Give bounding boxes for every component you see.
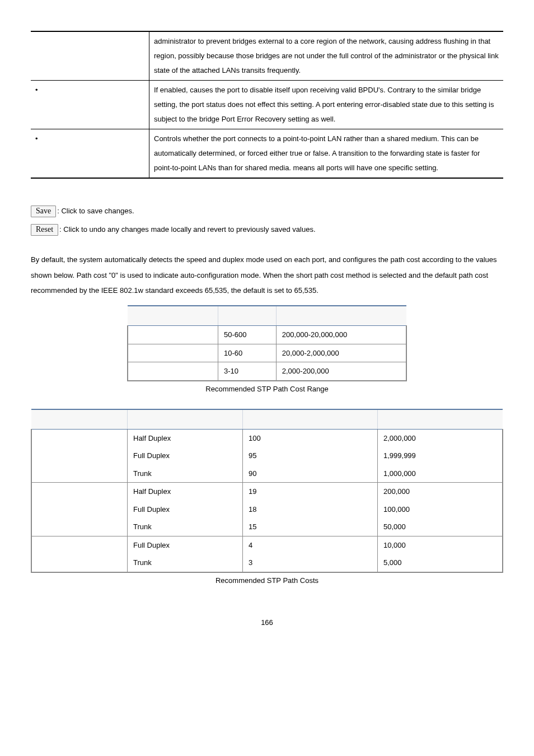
col-header [243, 409, 378, 430]
reset-description: : Click to undo any changes made locally… [59, 223, 315, 237]
cell: 10-60 [218, 344, 277, 362]
table-row: • If enabled, causes the port to disable… [31, 81, 503, 129]
cell: 200,000-20,000,000 [276, 326, 406, 344]
table-row: Full Duplex 4 10,000 [31, 536, 503, 554]
cell: 1,000,000 [378, 465, 503, 483]
row-label [31, 31, 149, 81]
cell [128, 344, 218, 362]
save-button[interactable]: Save [31, 206, 56, 217]
table-row: Half Duplex 19 200,000 [31, 483, 503, 501]
row-text: If enabled, causes the port to disable i… [149, 81, 504, 129]
save-description: : Click to save changes. [57, 204, 134, 218]
buttons-section: Save : Click to save changes. Reset : Cl… [31, 204, 503, 236]
cell: 1,999,999 [378, 447, 503, 465]
description-table: administrator to prevent bridges externa… [31, 31, 503, 179]
path-costs-table: Half Duplex 100 2,000,000 Full Duplex 95… [31, 409, 503, 573]
col-header [128, 409, 243, 430]
row-label: • [31, 81, 149, 129]
save-row: Save : Click to save changes. [31, 204, 503, 218]
cell [128, 326, 218, 344]
table-row: Full Duplex 95 1,999,999 [31, 447, 503, 465]
cell: 50,000 [378, 518, 503, 536]
cell: Full Duplex [128, 536, 243, 554]
col-header [128, 306, 218, 326]
range-table-caption: Recommended STP Path Cost Range [31, 385, 503, 393]
cell: Trunk [128, 518, 243, 536]
cell: 4 [243, 536, 378, 554]
col-header [378, 409, 503, 430]
page-number: 166 [31, 618, 503, 627]
cell [31, 554, 128, 572]
table-row: Trunk 90 1,000,000 [31, 465, 503, 483]
row-label: • [31, 129, 149, 179]
cell: 3-10 [218, 362, 277, 381]
row-text: Controls whether the port connects to a … [149, 129, 504, 179]
cell: 200,000 [378, 483, 503, 501]
cell: 100 [243, 429, 378, 447]
reset-row: Reset : Click to undo any changes made l… [31, 223, 503, 237]
table-row: Trunk 3 5,000 [31, 554, 503, 572]
cell: 90 [243, 465, 378, 483]
row-text: administrator to prevent bridges externa… [149, 31, 504, 81]
cell: Half Duplex [128, 483, 243, 501]
table-header-row [31, 409, 503, 430]
cell [31, 501, 128, 519]
cell: Trunk [128, 465, 243, 483]
table-row: Half Duplex 100 2,000,000 [31, 429, 503, 447]
table-header-row [128, 306, 406, 326]
cell: Full Duplex [128, 447, 243, 465]
costs-table-caption: Recommended STP Path Costs [31, 576, 503, 585]
cell: Trunk [128, 554, 243, 572]
cell [31, 447, 128, 465]
reset-button[interactable]: Reset [31, 224, 58, 236]
cell: 5,000 [378, 554, 503, 572]
cell: 10,000 [378, 536, 503, 554]
cell: 19 [243, 483, 378, 501]
cell [31, 536, 128, 554]
table-row: administrator to prevent bridges externa… [31, 31, 503, 81]
cell: 15 [243, 518, 378, 536]
col-header [31, 409, 128, 430]
cell: 2,000,000 [378, 429, 503, 447]
cell: 18 [243, 501, 378, 519]
table-row: • Controls whether the port connects to … [31, 129, 503, 179]
cell: 3 [243, 554, 378, 572]
cell: Full Duplex [128, 501, 243, 519]
col-header [276, 306, 406, 326]
cell [128, 362, 218, 381]
cell: 20,000-2,000,000 [276, 344, 406, 362]
table-row: Trunk 15 50,000 [31, 518, 503, 536]
cell [31, 483, 128, 501]
cell: 2,000-200,000 [276, 362, 406, 381]
col-header [218, 306, 277, 326]
cell [31, 465, 128, 483]
table-row: 50-600 200,000-20,000,000 [128, 326, 406, 344]
table-row: 3-10 2,000-200,000 [128, 362, 406, 381]
cell: 50-600 [218, 326, 277, 344]
table-row: 10-60 20,000-2,000,000 [128, 344, 406, 362]
path-cost-range-table: 50-600 200,000-20,000,000 10-60 20,000-2… [127, 305, 407, 381]
cell [31, 518, 128, 536]
body-paragraph: By default, the system automatically det… [31, 252, 503, 298]
cell: Half Duplex [128, 429, 243, 447]
table-row: Full Duplex 18 100,000 [31, 501, 503, 519]
cell: 95 [243, 447, 378, 465]
cell: 100,000 [378, 501, 503, 519]
cell [31, 429, 128, 447]
